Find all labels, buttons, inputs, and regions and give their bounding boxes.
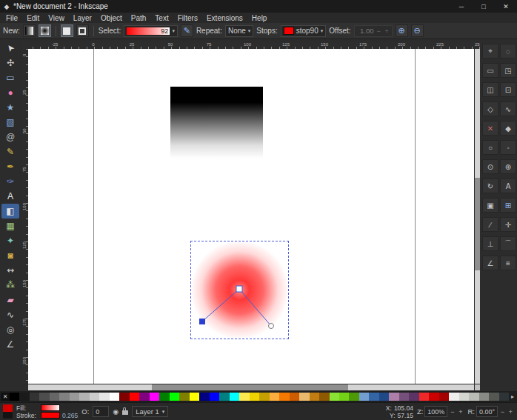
palette-swatch[interactable] xyxy=(399,393,409,401)
palette-swatch[interactable] xyxy=(339,393,349,401)
palette-swatch[interactable] xyxy=(70,393,79,401)
palette-swatch[interactable] xyxy=(279,393,289,401)
palette-swatch[interactable] xyxy=(170,393,179,401)
palette-swatch[interactable] xyxy=(30,393,39,401)
vertical-scrollbar[interactable] xyxy=(475,49,480,384)
no-color-swatch[interactable]: ✕ xyxy=(1,393,10,401)
palette-swatch[interactable] xyxy=(330,393,339,401)
palette-swatch[interactable] xyxy=(270,393,279,401)
snap-guide-intersections-button[interactable]: ✛ xyxy=(500,217,516,232)
palette-swatch[interactable] xyxy=(349,393,358,401)
snap-text-baseline-button[interactable]: A xyxy=(500,179,516,193)
snap-angles-button[interactable]: ∠ xyxy=(482,256,498,270)
palette-swatch[interactable] xyxy=(250,393,259,401)
palette-swatch[interactable] xyxy=(379,393,389,401)
opacity-field[interactable]: 0 xyxy=(93,406,109,417)
palette-swatch[interactable] xyxy=(499,393,509,401)
stroke-width-value[interactable]: 0.265 xyxy=(62,412,78,419)
menu-layer[interactable]: Layer xyxy=(69,14,96,22)
gradient-center-handle[interactable] xyxy=(236,286,242,292)
node-editor-tool[interactable]: ✣ xyxy=(1,56,19,70)
menu-help[interactable]: Help xyxy=(247,14,272,22)
mesh-gradient-tool[interactable]: ▦ xyxy=(1,219,19,233)
vertical-ruler[interactable]: 0255075100125150175200 xyxy=(22,49,28,384)
edit-gradient-button[interactable]: ✎ xyxy=(181,24,193,37)
snap-line-midpoints-button[interactable]: ◦ xyxy=(500,140,516,155)
gradient-focus-handle[interactable] xyxy=(199,319,205,324)
snap-distances-button[interactable]: ≡ xyxy=(500,256,516,270)
snap-other-points-button[interactable]: ⊙ xyxy=(482,159,498,174)
palette-swatch[interactable] xyxy=(139,393,149,401)
zoom-in-icon[interactable]: + xyxy=(457,408,464,416)
measure-tool[interactable]: ∠ xyxy=(1,337,19,352)
palette-swatch[interactable] xyxy=(489,393,498,401)
palette-swatch[interactable] xyxy=(299,393,309,401)
stops-dropdown[interactable]: stop90 ▾ xyxy=(281,25,327,37)
palette-swatch[interactable] xyxy=(119,393,129,401)
apply-to-fill-button[interactable] xyxy=(61,24,73,37)
snap-grids-button[interactable]: ⊞ xyxy=(500,198,516,213)
layer-selector[interactable]: Layer 1 ▾ xyxy=(132,406,168,417)
ellipse-tool[interactable]: ● xyxy=(1,85,19,100)
offset-increase-icon[interactable]: + xyxy=(384,27,390,35)
palette-swatch[interactable] xyxy=(39,393,49,401)
snap-global-button[interactable]: ⌖ xyxy=(482,44,498,59)
new-radial-gradient-button[interactable] xyxy=(39,24,51,37)
layer-visibility-icon[interactable]: ◉ xyxy=(113,408,119,416)
text-tool[interactable]: A xyxy=(1,189,19,204)
spray-tool[interactable]: ⁂ xyxy=(1,278,19,293)
paint-bucket-tool[interactable]: ◙ xyxy=(1,248,19,263)
palette-swatch[interactable] xyxy=(419,393,429,401)
menu-edit[interactable]: Edit xyxy=(22,14,44,22)
menu-filters[interactable]: Filters xyxy=(173,14,202,22)
connector-tool[interactable]: ∿ xyxy=(1,307,19,322)
palette-swatch[interactable] xyxy=(319,393,329,401)
eraser-tool[interactable]: ▰ xyxy=(1,293,19,307)
palette-swatch[interactable] xyxy=(110,393,119,401)
palette-swatch[interactable] xyxy=(99,393,109,401)
maximize-button[interactable]: □ xyxy=(473,0,495,13)
rectangle-tool[interactable]: ▭ xyxy=(1,70,19,85)
horizontal-scrollbar[interactable] xyxy=(28,384,474,390)
snap-bounding-box-button[interactable]: ◌ xyxy=(500,44,516,59)
palette-swatch[interactable] xyxy=(389,393,398,401)
palette-swatch[interactable] xyxy=(449,393,458,401)
fill-swatch[interactable] xyxy=(41,404,60,411)
palette-swatch[interactable] xyxy=(159,393,169,401)
snap-guides-button[interactable]: ∕ xyxy=(482,217,498,232)
snap-bbox-centers-button[interactable]: ⊡ xyxy=(500,82,516,97)
offset-spinner[interactable]: 1.00 − + xyxy=(354,25,393,37)
palette-swatch[interactable] xyxy=(19,393,29,401)
palette-swatch[interactable] xyxy=(459,393,469,401)
snap-rotation-centers-button[interactable]: ↻ xyxy=(482,179,498,193)
palette-swatch[interactable] xyxy=(230,393,239,401)
zoom-tool[interactable]: ◎ xyxy=(1,322,19,337)
snap-bbox-edges-button[interactable]: ▭ xyxy=(482,63,498,78)
gradient-tool[interactable]: ◧ xyxy=(1,204,19,219)
snap-tangential-button[interactable]: ⌒ xyxy=(500,236,516,251)
dropper-tool[interactable]: ✦ xyxy=(1,233,19,248)
palette-swatch[interactable] xyxy=(10,393,19,401)
palette-swatch[interactable] xyxy=(259,393,269,401)
horizontal-ruler[interactable]: -250255075100125150175200225250 xyxy=(22,42,480,49)
minimize-button[interactable]: ─ xyxy=(450,0,473,13)
snap-path-intersections-button[interactable]: ✕ xyxy=(482,121,498,136)
box-3d-tool[interactable]: ▧ xyxy=(1,115,19,130)
palette-swatch[interactable] xyxy=(469,393,478,401)
snap-object-centers-button[interactable]: ⊕ xyxy=(500,159,516,174)
snap-page-border-button[interactable]: ▣ xyxy=(482,198,498,213)
horizontal-scrollbar-thumb[interactable] xyxy=(152,384,348,390)
selector-tool[interactable]: ➤ xyxy=(1,41,19,56)
rotation-decrease-icon[interactable]: − xyxy=(499,408,506,416)
pen-tool[interactable]: ✒ xyxy=(1,159,19,174)
palette-swatch[interactable] xyxy=(409,393,418,401)
palette-swatch[interactable] xyxy=(59,393,69,401)
palette-swatch[interactable] xyxy=(190,393,199,401)
tweak-tool[interactable]: ↭ xyxy=(1,263,19,278)
layer-lock-icon[interactable] xyxy=(122,410,128,415)
palette-swatch[interactable] xyxy=(369,393,378,401)
snap-perpendicular-button[interactable]: ⊥ xyxy=(482,236,498,251)
palette-swatch[interactable] xyxy=(429,393,438,401)
palette-swatch[interactable] xyxy=(219,393,229,401)
snap-cusp-nodes-button[interactable]: ◆ xyxy=(500,121,516,136)
